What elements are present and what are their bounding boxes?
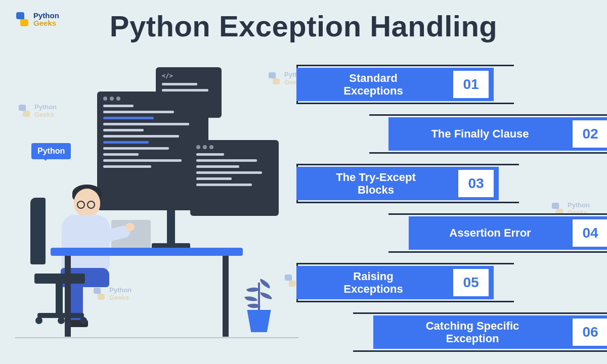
topic-label: The Finally Clause: [391, 127, 570, 140]
plant: [245, 310, 273, 332]
topic-number: 02: [573, 120, 607, 148]
topic-bar: The Try-ExceptBlocks03: [296, 167, 499, 200]
topic-bar: StandardExceptions01: [296, 68, 494, 101]
topic-item: The Try-ExceptBlocks03: [293, 164, 607, 203]
python-logo-icon: [14, 11, 30, 27]
topic-label: RaisingExceptions: [296, 270, 450, 296]
code-window-medium: [190, 140, 279, 216]
desk: [51, 248, 243, 256]
topic-item: RaisingExceptions05: [293, 263, 607, 302]
topic-label: StandardExceptions: [296, 72, 450, 98]
topic-bar: The Finally Clause02: [388, 117, 607, 151]
page-title: Python Exception Handling: [110, 9, 498, 43]
topic-bar: Assertion Error04: [409, 216, 607, 250]
topic-item: StandardExceptions01: [293, 65, 607, 104]
brand-line1: Python: [33, 12, 59, 19]
topic-label: The Try-ExceptBlocks: [296, 171, 455, 197]
topic-item: Catching SpecificException06: [293, 312, 607, 352]
topic-bar: Catching SpecificException06: [373, 315, 607, 349]
brand-logo: Python Geeks: [14, 11, 59, 27]
topic-item: Assertion Error04: [293, 213, 607, 253]
topic-list: StandardExceptions01The Finally Clause02…: [293, 65, 607, 362]
topic-label: Catching SpecificException: [375, 320, 570, 345]
topic-number: 01: [453, 71, 489, 98]
chair-pole: [56, 283, 63, 314]
topic-number: 06: [573, 318, 607, 346]
floor-line: [15, 337, 298, 338]
topic-label: Assertion Error: [411, 226, 570, 239]
python-tooltip: Python: [31, 143, 71, 159]
topic-bar: RaisingExceptions05: [296, 266, 494, 299]
illustration: </> Python: [15, 78, 278, 351]
chair-seat: [34, 274, 85, 284]
topic-number: 05: [453, 269, 489, 296]
topic-number: 03: [458, 170, 494, 197]
brand-line2: Geeks: [33, 19, 59, 27]
topic-number: 04: [573, 219, 607, 247]
topic-item: The Finally Clause02: [293, 114, 607, 154]
